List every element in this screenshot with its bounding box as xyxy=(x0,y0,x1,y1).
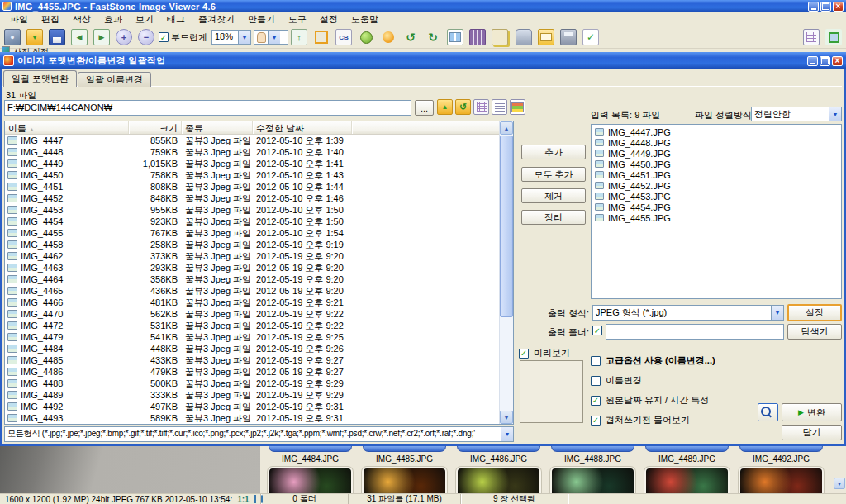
input-list-item[interactable]: IMG_4454.JPG xyxy=(592,202,841,212)
tab-batch-convert[interactable]: 일괄 포맷변환 xyxy=(3,70,77,87)
hand-tool-combobox[interactable] xyxy=(254,30,288,45)
output-folder-input[interactable] xyxy=(606,324,784,340)
preview-magnifier-button[interactable] xyxy=(758,403,778,421)
input-list-item[interactable]: IMG_4449.JPG xyxy=(592,148,841,159)
thumbnail-cell[interactable]: IMG_4485.JPG xyxy=(359,446,449,493)
resize-icon[interactable] xyxy=(291,29,307,45)
column-header-size[interactable]: 크기 xyxy=(129,121,182,134)
menu-color[interactable]: 색상 xyxy=(66,12,97,26)
thumbnail-cell[interactable]: IMG_4484.JPG xyxy=(265,446,355,493)
input-list-item[interactable]: IMG_4453.JPG xyxy=(592,191,841,202)
sort-combobox[interactable]: 정렬안함 xyxy=(751,107,842,121)
grid-view-icon[interactable] xyxy=(473,99,489,115)
smooth-checkbox[interactable] xyxy=(159,32,169,42)
open-image-icon[interactable] xyxy=(4,29,21,45)
input-list-item[interactable]: IMG_4450.JPG xyxy=(592,159,841,169)
copy-move-icon[interactable] xyxy=(492,29,508,45)
file-row[interactable]: IMG_4447855KB꿀뷰3 Jpeg 파일2012-05-10 오후 1:… xyxy=(5,135,499,146)
fullscreen-icon[interactable] xyxy=(825,29,842,45)
column-header-type[interactable]: 종류 xyxy=(182,121,253,134)
file-row[interactable]: IMG_4465436KB꿀뷰3 Jpeg 파일2012-05-19 오후 9:… xyxy=(5,285,499,297)
file-row[interactable]: IMG_4454923KB꿀뷰3 Jpeg 파일2012-05-10 오후 1:… xyxy=(5,216,499,227)
file-row[interactable]: IMG_4489333KB꿀뷰3 Jpeg 파일2012-05-19 오후 9:… xyxy=(5,389,499,401)
path-input[interactable]: F:₩DCIM₩144CANON₩ xyxy=(4,100,411,116)
column-header-date[interactable]: 수정한 날짜 xyxy=(253,121,352,134)
next-icon[interactable] xyxy=(93,29,110,45)
add-button[interactable]: 추가 xyxy=(521,145,586,159)
file-row[interactable]: IMG_4470562KB꿀뷰3 Jpeg 파일2012-05-19 오후 9:… xyxy=(5,308,499,320)
menu-tag[interactable]: 태그 xyxy=(160,12,192,26)
open-folder-icon[interactable] xyxy=(26,29,43,45)
thumbnail-scroll-down-button[interactable]: ▼ xyxy=(834,478,845,489)
fit-window-icon[interactable] xyxy=(254,495,256,503)
dialog-close-button[interactable] xyxy=(832,56,843,66)
menu-help[interactable]: 도움말 xyxy=(345,12,385,26)
file-row[interactable]: IMG_44491,015KB꿀뷰3 Jpeg 파일2012-05-10 오후 … xyxy=(5,158,499,169)
input-list-item[interactable]: IMG_4451.JPG xyxy=(592,169,841,180)
option-checkbox[interactable] xyxy=(591,396,601,406)
zoom-level-combobox[interactable]: 18% xyxy=(212,30,251,45)
chevron-down-icon[interactable] xyxy=(771,306,783,320)
file-row[interactable]: IMG_4463293KB꿀뷰3 Jpeg 파일2012-05-19 오후 9:… xyxy=(5,262,499,273)
scan-icon[interactable] xyxy=(516,29,532,45)
menu-view[interactable]: 보기 xyxy=(129,12,160,26)
save-icon[interactable] xyxy=(49,29,65,45)
input-list-item[interactable]: IMG_4447.JPG xyxy=(592,126,841,137)
thumbnail-cell[interactable]: IMG_4492.JPG xyxy=(736,446,826,493)
file-row[interactable]: IMG_4451808KB꿀뷰3 Jpeg 파일2012-05-10 오후 1:… xyxy=(5,181,499,193)
dialog-close-button[interactable]: 닫기 xyxy=(782,425,842,440)
file-row[interactable]: IMG_4453955KB꿀뷰3 Jpeg 파일2012-05-10 오후 1:… xyxy=(5,204,499,216)
file-row[interactable]: IMG_4472531KB꿀뷰3 Jpeg 파일2012-05-19 오후 9:… xyxy=(5,320,499,331)
brightness-icon[interactable] xyxy=(380,29,397,45)
option-checkbox[interactable] xyxy=(591,416,601,426)
menu-favorites[interactable]: 즐겨찾기 xyxy=(192,12,241,26)
filmstrip-icon[interactable] xyxy=(469,29,486,45)
red-eye-icon[interactable] xyxy=(358,29,374,45)
detail-view-icon[interactable] xyxy=(510,99,525,115)
file-table-scrollbar[interactable]: ▲ ▼ xyxy=(499,121,513,424)
dialog-maximize-button[interactable] xyxy=(820,56,830,66)
thumbnail-cell[interactable]: IMG_4489.JPG xyxy=(642,446,732,493)
convert-check-icon[interactable] xyxy=(582,29,599,45)
settings-button[interactable]: 설정 xyxy=(787,304,842,321)
file-row[interactable]: IMG_4485433KB꿀뷰3 Jpeg 파일2012-05-19 오후 9:… xyxy=(5,354,499,366)
color-balance-icon[interactable] xyxy=(335,29,352,45)
file-row[interactable]: IMG_4479541KB꿀뷰3 Jpeg 파일2012-05-19 오후 9:… xyxy=(5,331,499,343)
crop-icon[interactable] xyxy=(313,29,330,45)
scroll-down-icon[interactable]: ▼ xyxy=(500,411,513,424)
close-button[interactable] xyxy=(833,2,844,12)
rotate-right-icon[interactable] xyxy=(425,29,441,45)
menu-create[interactable]: 만들기 xyxy=(241,12,282,26)
file-row[interactable]: IMG_4464358KB꿀뷰3 Jpeg 파일2012-05-19 오후 9:… xyxy=(5,273,499,285)
thumbnail-cell[interactable]: IMG_4488.JPG xyxy=(548,446,638,493)
previous-icon[interactable] xyxy=(71,29,88,45)
menu-tools[interactable]: 도구 xyxy=(282,12,313,26)
rotate-left-icon[interactable] xyxy=(402,29,419,45)
minimize-button[interactable] xyxy=(808,2,819,12)
file-row[interactable]: IMG_4455767KB꿀뷰3 Jpeg 파일2012-05-10 오후 1:… xyxy=(5,227,499,239)
file-row[interactable]: IMG_4488500KB꿀뷰3 Jpeg 파일2012-05-19 오후 9:… xyxy=(5,378,499,389)
file-row[interactable]: IMG_4450758KB꿀뷰3 Jpeg 파일2012-05-10 오후 1:… xyxy=(5,169,499,181)
file-row[interactable]: IMG_4486479KB꿀뷰3 Jpeg 파일2012-05-19 오후 9:… xyxy=(5,366,499,378)
file-row[interactable]: IMG_4462373KB꿀뷰3 Jpeg 파일2012-05-19 오후 9:… xyxy=(5,250,499,262)
email-icon[interactable] xyxy=(538,29,554,45)
list-view-icon[interactable] xyxy=(492,99,507,115)
chevron-down-icon[interactable] xyxy=(829,107,841,121)
option-checkbox[interactable] xyxy=(591,376,601,386)
option-checkbox[interactable] xyxy=(591,356,601,366)
file-row[interactable]: IMG_4466481KB꿀뷰3 Jpeg 파일2012-05-19 오후 9:… xyxy=(5,297,499,308)
thumbnail-cell[interactable]: IMG_4486.JPG xyxy=(454,446,544,493)
clear-button[interactable]: 정리 xyxy=(521,210,586,225)
browse-button[interactable]: ... xyxy=(415,100,434,116)
print-icon[interactable] xyxy=(560,29,577,45)
input-list-item[interactable]: IMG_4452.JPG xyxy=(592,180,841,191)
dialog-minimize-button[interactable] xyxy=(807,56,818,66)
file-row[interactable]: IMG_4448759KB꿀뷰3 Jpeg 파일2012-05-10 오후 1:… xyxy=(5,146,499,158)
explorer-button[interactable]: 탐색기 xyxy=(787,324,842,340)
file-row[interactable]: IMG_4458258KB꿀뷰3 Jpeg 파일2012-05-19 오후 9:… xyxy=(5,239,499,250)
thumbnail-layout-icon[interactable] xyxy=(803,29,820,45)
menu-effects[interactable]: 효과 xyxy=(97,12,129,26)
chevron-down-icon[interactable] xyxy=(268,31,280,44)
chevron-down-icon[interactable] xyxy=(238,31,250,44)
scroll-up-icon[interactable]: ▲ xyxy=(500,121,513,135)
